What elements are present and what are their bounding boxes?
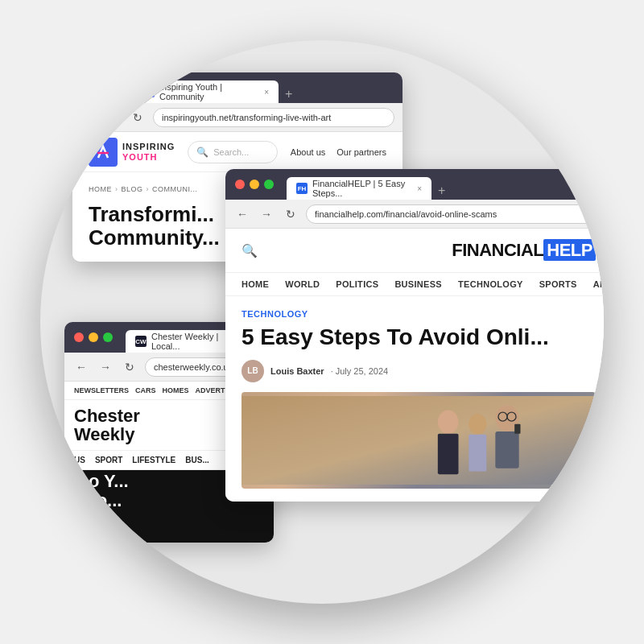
traffic-lights-inspiring xyxy=(82,83,121,93)
chester-nav-sport[interactable]: SPORT xyxy=(95,456,122,464)
tl-green-fh[interactable] xyxy=(264,180,274,189)
fnav-business[interactable]: BUSINESS xyxy=(394,279,442,289)
inspiring-titlebar: IY Inspiring Youth | Community × + xyxy=(72,72,402,103)
financial-content: 🔍 FINANCIALHELP HOME WORLD POLITICS BUSI… xyxy=(225,229,604,502)
author-name: Louis Baxter xyxy=(270,366,324,376)
bc-home: HOME xyxy=(89,185,112,193)
author-avatar: LB xyxy=(242,360,264,382)
bc-communi: COMMUNI... xyxy=(152,185,198,193)
tab-favicon-iy: IY xyxy=(143,86,155,97)
inspiring-site-nav: INSPIRING YOUTH 🔍 Search... About us Our… xyxy=(72,132,402,172)
svg-point-7 xyxy=(438,410,459,433)
cw-favicon-text: CW xyxy=(135,338,146,345)
tab-close-financial[interactable]: × xyxy=(417,184,422,193)
tab-area-inspiring: IY Inspiring Youth | Community × + xyxy=(134,72,299,103)
search-placeholder: Search... xyxy=(213,147,249,157)
traffic-lights-financial xyxy=(235,180,274,189)
address-bar-inspiring[interactable]: inspiringyouth.net/transforming-live-wit… xyxy=(153,108,394,127)
financial-search-icon[interactable]: 🔍 xyxy=(242,243,258,258)
iy-favicon-text: IY xyxy=(146,89,152,96)
financial-logo-text: FINANCIAL xyxy=(452,240,543,260)
tab-inspiring-active[interactable]: IY Inspiring Youth | Community × xyxy=(134,80,279,103)
refresh-btn-financial[interactable]: ↻ xyxy=(282,205,299,223)
logo-line1: INSPIRING xyxy=(122,142,175,151)
tl-yellow-cw[interactable] xyxy=(89,332,98,342)
nav-about[interactable]: About us xyxy=(291,147,325,157)
refresh-btn-chester[interactable]: ↻ xyxy=(121,358,138,376)
hero-line2: peo... xyxy=(76,491,129,510)
chester-nav-us[interactable]: US xyxy=(74,456,85,464)
tab-favicon-cw: CW xyxy=(135,336,147,347)
inspiring-nav-links: About us Our partners xyxy=(291,147,386,157)
svg-point-9 xyxy=(469,414,486,435)
chester-cars: CARS xyxy=(135,386,156,394)
inspiring-toolbar: ← → ↻ inspiringyouth.net/transforming-li… xyxy=(72,103,402,132)
tl-red-cw[interactable] xyxy=(74,332,84,342)
svg-rect-0 xyxy=(242,396,596,485)
back-btn-chester[interactable]: ← xyxy=(72,358,90,376)
inspiring-logo: INSPIRING YOUTH xyxy=(89,138,175,167)
circle-container: IY Inspiring Youth | Community × + ← → ↻… xyxy=(40,40,604,604)
tab-financial-active[interactable]: FH FinancialHELP | 5 Easy Steps... × xyxy=(287,177,431,200)
tl-green[interactable] xyxy=(111,83,121,93)
back-btn-financial[interactable]: ← xyxy=(233,205,251,223)
back-btn-inspiring[interactable]: ← xyxy=(80,109,98,126)
tl-green-cw[interactable] xyxy=(103,332,113,342)
refresh-btn-inspiring[interactable]: ↻ xyxy=(129,109,147,126)
inspiring-search[interactable]: 🔍 Search... xyxy=(188,141,278,163)
fnav-politics[interactable]: POLITICS xyxy=(336,279,378,289)
chester-nav-lifestyle[interactable]: LIFESTYLE xyxy=(132,456,175,464)
forward-btn-financial[interactable]: → xyxy=(258,205,275,223)
address-text-inspiring: inspiringyouth.net/transforming-live-wit… xyxy=(162,113,331,122)
fnav-ar[interactable]: AR... xyxy=(593,279,604,289)
forward-btn-inspiring[interactable]: → xyxy=(105,109,122,126)
tab-close-inspiring[interactable]: × xyxy=(264,88,269,97)
forward-btn-chester[interactable]: → xyxy=(97,358,114,376)
tl-yellow[interactable] xyxy=(97,83,106,93)
address-bar-financial[interactable]: financialhelp.com/financial/avoid-online… xyxy=(306,204,604,224)
chester-nav-bus[interactable]: BUS... xyxy=(185,456,208,464)
financial-article-title: 5 Easy Steps To Avoid Onli... xyxy=(242,325,596,350)
financial-body: TECHNOLOGY 5 Easy Steps To Avoid Onli...… xyxy=(225,296,604,502)
new-tab-financial[interactable]: + xyxy=(431,182,452,200)
hero-line1: Do Y... xyxy=(76,472,129,491)
nav-partners[interactable]: Our partners xyxy=(336,147,386,157)
svg-rect-2 xyxy=(495,431,518,469)
bc-sep2: › xyxy=(147,185,150,193)
fnav-world[interactable]: WORLD xyxy=(285,279,320,289)
tl-yellow-fh[interactable] xyxy=(250,180,259,189)
financial-logo-highlight: HELP xyxy=(543,239,596,261)
svg-rect-10 xyxy=(469,434,486,471)
tab-financial-label: FinancialHELP | 5 Easy Steps... xyxy=(312,179,412,198)
address-text-financial: financialhelp.com/financial/avoid-online… xyxy=(315,209,497,219)
logo-line2: YOUTH xyxy=(122,152,175,162)
financial-titlebar: FH FinancialHELP | 5 Easy Steps... × + xyxy=(225,169,604,200)
tl-red-fh[interactable] xyxy=(235,180,245,189)
browser-financial: FH FinancialHELP | 5 Easy Steps... × + ←… xyxy=(225,169,604,502)
financial-toolbar: ← → ↻ financialhelp.com/financial/avoid-… xyxy=(225,200,604,229)
tab-inspiring-label: Inspiring Youth | Community xyxy=(159,82,259,101)
fnav-sports[interactable]: SPORTS xyxy=(539,279,577,289)
traffic-lights-chester xyxy=(74,332,113,342)
fnav-home[interactable]: HOME xyxy=(242,279,269,289)
financial-site-header: 🔍 FINANCIALHELP xyxy=(225,229,604,273)
tab-area-financial: FH FinancialHELP | 5 Easy Steps... × + xyxy=(287,169,452,200)
fnav-technology[interactable]: TECHNOLOGY xyxy=(458,279,523,289)
financial-category: TECHNOLOGY xyxy=(242,309,596,319)
tl-red[interactable] xyxy=(82,83,92,93)
article-image-svg xyxy=(242,392,596,489)
financial-site-nav: HOME WORLD POLITICS BUSINESS TECHNOLOGY … xyxy=(225,273,604,296)
logo-text-block: INSPIRING YOUTH xyxy=(122,142,175,161)
svg-rect-8 xyxy=(438,434,459,474)
financial-article-image xyxy=(242,392,596,489)
financial-author: LB Louis Baxter · July 25, 2024 xyxy=(242,360,596,382)
browsers-wrapper: IY Inspiring Youth | Community × + ← → ↻… xyxy=(72,72,604,604)
author-date: · July 25, 2024 xyxy=(331,366,389,376)
new-tab-inspiring[interactable]: + xyxy=(279,85,299,103)
bc-sep1: › xyxy=(115,185,118,193)
hero-line3: vor... xyxy=(76,510,129,530)
logo-icon xyxy=(89,138,118,167)
chester-homes: HOMES xyxy=(163,386,189,394)
svg-rect-6 xyxy=(514,424,520,434)
iy-logo-svg xyxy=(94,143,112,161)
